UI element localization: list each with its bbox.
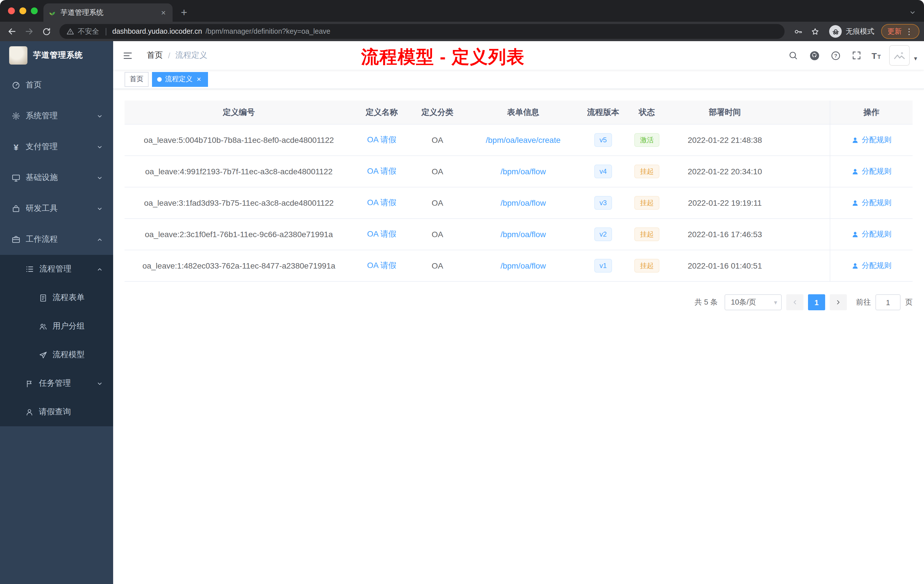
cell-definition-name: OA 请假 [353, 187, 410, 218]
assign-rule-button[interactable]: 分配规则 [851, 166, 891, 177]
dashboard-icon [12, 81, 21, 90]
browser-tab[interactable]: 芋道管理系统 × [43, 3, 173, 22]
url-path: /bpm/manager/definition?key=oa_leave [205, 27, 330, 35]
assign-rule-button[interactable]: 分配规则 [851, 229, 891, 239]
sidebar-item-label: 用户分组 [53, 321, 84, 332]
cell-category: OA [410, 125, 465, 155]
assign-rule-label: 分配规则 [862, 261, 891, 271]
zoom-window-button[interactable] [31, 7, 38, 14]
search-icon[interactable] [787, 49, 799, 62]
user-icon [851, 136, 859, 144]
update-button[interactable]: 更新 ⋮ [881, 24, 919, 39]
caret-down-icon[interactable]: ▾ [914, 55, 917, 62]
chevron-down-icon [97, 175, 103, 181]
definition-name-link[interactable]: OA 请假 [367, 166, 396, 177]
help-icon[interactable]: ? [829, 49, 842, 62]
form-link[interactable]: /bpm/oa/flow [501, 261, 546, 270]
kebab-menu-icon[interactable]: ⋮ [905, 27, 913, 35]
tab-close-icon[interactable]: × [159, 8, 168, 17]
tag-process-definition[interactable]: 流程定义 × [152, 72, 208, 87]
back-button[interactable] [5, 24, 20, 39]
font-size-icon[interactable]: TT [871, 51, 881, 60]
sidebar-item-process-management[interactable]: 流程管理 [0, 255, 113, 284]
breadcrumb-separator: / [168, 51, 170, 60]
logo-title: 芋道管理系统 [33, 50, 83, 61]
tab-title: 芋道管理系统 [61, 8, 154, 17]
form-link[interactable]: /bpm/oa/flow [501, 230, 546, 239]
form-link[interactable]: /bpm/oa/flow [501, 167, 546, 176]
sidebar-item-user-group[interactable]: 用户分组 [0, 312, 113, 341]
breadcrumb: 首页 / 流程定义 [147, 50, 208, 61]
tag-close-icon[interactable]: × [195, 75, 203, 83]
prev-page-button[interactable] [786, 294, 804, 310]
sidebar-item-label: 工作流程 [26, 234, 58, 244]
definition-name-link[interactable]: OA 请假 [367, 229, 396, 239]
sidebar-item-leave-query[interactable]: 请假查询 [0, 398, 113, 426]
browser-toolbar: 不安全 dashboard.yudao.iocoder.cn /bpm/mana… [0, 22, 924, 41]
sidebar-item-label: 系统管理 [26, 111, 58, 121]
sidebar-item-system[interactable]: 系统管理 [0, 101, 113, 132]
sidebar-item-process-form[interactable]: 流程表单 [0, 284, 113, 312]
cell-deploy-time: 2022-01-22 20:34:10 [669, 156, 780, 187]
assign-rule-button[interactable]: 分配规则 [851, 261, 891, 271]
incognito-badge: 无痕模式 [829, 25, 874, 38]
cell-deploy-time: 2022-01-16 01:40:51 [669, 250, 780, 281]
assign-rule-button[interactable]: 分配规则 [851, 198, 891, 208]
form-link[interactable]: /bpm/oa/flow [501, 198, 546, 208]
sidebar-item-dev-tools[interactable]: 研发工具 [0, 193, 113, 224]
sidebar-item-infrastructure[interactable]: 基础设施 [0, 162, 113, 193]
cell-operation: 分配规则 [830, 156, 912, 187]
tag-home[interactable]: 首页 [125, 72, 148, 87]
sidebar-item-task-management[interactable]: 任务管理 [0, 369, 113, 398]
navbar-actions: ? TT ▾ [787, 45, 924, 66]
cell-definition-id: oa_leave:4:991f2193-7b7f-11ec-a3c8-acde4… [125, 156, 353, 187]
cell-form-info: /bpm/oa/leave/create [465, 125, 582, 155]
page-1-button[interactable]: 1 [808, 294, 825, 310]
goto-unit: 页 [905, 297, 912, 307]
app-logo[interactable]: 芋道管理系统 [0, 41, 113, 70]
avatar[interactable] [889, 45, 910, 66]
cell-status: 挂起 [625, 187, 669, 218]
bookmark-star-icon[interactable] [807, 24, 822, 39]
tab-search-chevron-icon[interactable] [909, 9, 916, 16]
document-icon [39, 294, 48, 302]
new-tab-button[interactable]: + [176, 5, 192, 21]
sidebar-item-process-model[interactable]: 流程模型 [0, 341, 113, 369]
cell-definition-id: oa_leave:5:004b710b-7b8a-11ec-8ef0-acde4… [125, 125, 353, 155]
minimize-window-button[interactable] [20, 7, 26, 14]
github-icon[interactable] [808, 49, 820, 62]
page-size-select[interactable]: 10条/页 ▾ [724, 294, 782, 310]
column-header: 定义编号 [125, 101, 353, 124]
sidebar: 芋道管理系统 首页 系统管理 [0, 41, 113, 584]
security-label[interactable]: 不安全 [78, 26, 99, 36]
forward-button[interactable] [22, 24, 36, 39]
password-key-icon[interactable] [790, 24, 805, 39]
reload-button[interactable] [39, 24, 54, 39]
close-window-button[interactable] [8, 7, 15, 14]
sidebar-item-label: 基础设施 [26, 173, 58, 183]
status-tag: 激活 [634, 133, 660, 147]
status-tag: 挂起 [634, 228, 660, 241]
breadcrumb-home[interactable]: 首页 [147, 50, 163, 61]
fullscreen-icon[interactable] [850, 49, 863, 62]
cell-definition-name: OA 请假 [353, 125, 410, 155]
definition-name-link[interactable]: OA 请假 [367, 198, 396, 208]
sidebar-item-label: 流程表单 [53, 292, 84, 303]
assign-rule-button[interactable]: 分配规则 [851, 135, 891, 145]
next-page-button[interactable] [830, 294, 847, 310]
sidebar-item-workflow[interactable]: 工作流程 [0, 224, 113, 255]
definition-name-link[interactable]: OA 请假 [367, 261, 396, 271]
goto-page-input[interactable] [875, 294, 901, 310]
cell-status: 挂起 [625, 156, 669, 187]
address-bar[interactable]: 不安全 dashboard.yudao.iocoder.cn /bpm/mana… [59, 24, 785, 39]
form-link[interactable]: /bpm/oa/leave/create [486, 135, 561, 145]
definition-name-link[interactable]: OA 请假 [367, 135, 396, 145]
briefcase-icon [12, 235, 21, 244]
sidebar-item-home[interactable]: 首页 [0, 70, 113, 101]
user-icon [851, 262, 859, 269]
hamburger-icon[interactable] [113, 50, 142, 61]
tab-favicon-icon [48, 8, 56, 16]
sidebar-item-payment[interactable]: ¥ 支付管理 [0, 132, 113, 162]
page-content: 定义编号 定义名称 定义分类 表单信息 流程版本 状态 部署时间 操作 oa_l… [113, 89, 924, 584]
chevron-down-icon [97, 113, 103, 119]
